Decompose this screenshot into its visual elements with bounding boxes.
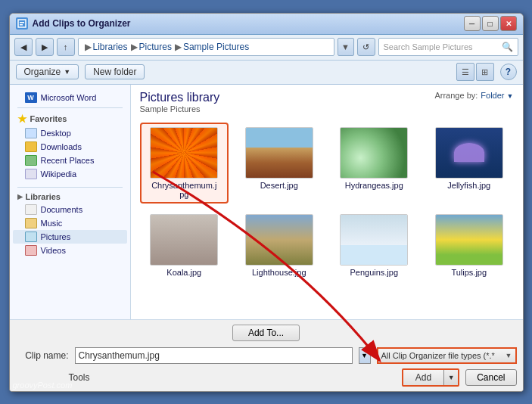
sidebar-item-downloads[interactable]: Downloads	[13, 140, 127, 154]
file-thumb-hydrangeas	[340, 127, 408, 179]
recent-places-icon	[25, 155, 37, 166]
clip-name-row: Clip name: ▼ All Clip Organizer file typ…	[16, 347, 517, 364]
clip-name-label: Clip name:	[16, 350, 69, 361]
file-item-hydrangeas[interactable]: Hydrangeas.jpg	[330, 123, 419, 204]
window-icon	[16, 17, 28, 30]
file-item-jellyfish[interactable]: Jellyfish.jpg	[425, 123, 514, 204]
file-name-koala: Koala.jpg	[166, 268, 201, 277]
file-type-dropdown[interactable]: All Clip Organizer file types (*.* ▼	[377, 347, 517, 364]
sidebar-item-desktop[interactable]: Desktop	[13, 126, 127, 140]
view-grid-button[interactable]: ⊞	[476, 63, 494, 81]
file-thumb-jellyfish	[435, 127, 503, 179]
sidebar-item-wikipedia[interactable]: Wikipedia	[13, 167, 127, 181]
pictures-icon	[25, 232, 37, 242]
window-title: Add Clips to Organizer	[33, 18, 464, 29]
sidebar: W Microsoft Word ★ Favorites Desktop	[10, 85, 131, 319]
path-pictures[interactable]: Pictures	[139, 42, 172, 52]
title-bar: Add Clips to Organizer ─ □ ✕	[10, 14, 523, 35]
file-thumb-chrysanthemum	[150, 127, 218, 179]
file-name-penguins: Penguins.jpg	[350, 268, 398, 277]
sidebar-section-libraries: ▶ Libraries Documents Music Pictures	[13, 191, 127, 257]
toolbar: Organize ▼ New folder ☰ ⊞ ?	[10, 61, 523, 85]
sidebar-divider-1	[17, 107, 123, 108]
libraries-toggle-icon: ▶	[17, 193, 23, 200]
address-bar: ◀ ▶ ↑ ▶ Libraries ▶ Pictures ▶ Sample Pi…	[10, 35, 523, 61]
search-icon: 🔍	[502, 42, 513, 52]
file-type-text: All Clip Organizer file types (*.*	[381, 351, 504, 360]
bottom-area: Add To... Clip name: ▼ All Clip Organize…	[10, 319, 523, 391]
svg-rect-0	[18, 20, 26, 27]
file-thumb-penguins	[340, 214, 408, 266]
wikipedia-icon	[25, 169, 37, 179]
library-subtitle: Sample Pictures	[140, 104, 514, 113]
file-type-dropdown-icon: ▼	[506, 352, 512, 359]
star-icon: ★	[17, 113, 27, 125]
file-item-penguins[interactable]: Penguins.jpg	[330, 210, 419, 281]
back-button[interactable]: ◀	[14, 38, 33, 56]
cancel-button[interactable]: Cancel	[465, 369, 516, 386]
svg-rect-2	[20, 24, 23, 26]
add-button[interactable]: Add	[403, 370, 444, 385]
add-dropdown-button[interactable]: ▼	[444, 370, 458, 385]
file-item-koala[interactable]: Koala.jpg	[140, 210, 229, 281]
clip-name-input[interactable]	[75, 347, 353, 364]
main-content: W Microsoft Word ★ Favorites Desktop	[10, 85, 523, 319]
up-button[interactable]: ↑	[57, 38, 75, 56]
sidebar-item-recent-places[interactable]: Recent Places	[13, 154, 127, 167]
file-area: Arrange by: Folder ▼ Pictures library Sa…	[131, 85, 523, 319]
file-name-tulips: Tulips.jpg	[451, 268, 487, 277]
sidebar-item-pictures[interactable]: Pictures	[13, 230, 127, 244]
arrange-folder-link[interactable]: Folder ▼	[481, 91, 513, 100]
sidebar-item-music[interactable]: Music	[13, 216, 127, 230]
forward-button[interactable]: ▶	[36, 38, 54, 56]
music-icon	[25, 218, 37, 228]
sidebar-item-videos[interactable]: Videos	[13, 244, 127, 257]
sidebar-divider-2	[17, 187, 123, 188]
libraries-header[interactable]: ▶ Libraries	[13, 191, 127, 203]
close-button[interactable]: ✕	[500, 16, 517, 31]
view-buttons: ☰ ⊞	[456, 63, 494, 81]
new-folder-button[interactable]: New folder	[85, 64, 145, 79]
watermark: groovyPost.com	[13, 381, 73, 390]
path-libraries[interactable]: Libraries	[93, 42, 128, 52]
sidebar-section-favorites: ★ Favorites Desktop Downloads Recent Pla…	[13, 111, 127, 181]
path-dropdown-button[interactable]: ▼	[338, 38, 354, 56]
search-placeholder: Search Sample Pictures	[384, 42, 499, 51]
file-name-desert: Desert.jpg	[260, 181, 298, 190]
file-name-hydrangeas: Hydrangeas.jpg	[345, 181, 403, 190]
organize-button[interactable]: Organize ▼	[16, 64, 79, 79]
path-sample-pictures[interactable]: Sample Pictures	[183, 42, 249, 52]
address-path[interactable]: ▶ Libraries ▶ Pictures ▶ Sample Pictures	[78, 38, 334, 56]
minimize-button[interactable]: ─	[464, 16, 481, 31]
file-item-lighthouse[interactable]: Lighthouse.jpg	[235, 210, 324, 281]
svg-rect-1	[20, 22, 24, 23]
favorites-header[interactable]: ★ Favorites	[13, 111, 127, 126]
maximize-button[interactable]: □	[482, 16, 499, 31]
file-item-desert[interactable]: Desert.jpg	[235, 123, 324, 204]
word-icon: W	[25, 92, 37, 103]
file-item-chrysanthemum[interactable]: Chrysanthemum.jpg	[140, 123, 229, 204]
window-controls: ─ □ ✕	[464, 16, 517, 31]
refresh-button[interactable]: ↺	[357, 38, 375, 56]
documents-icon	[25, 204, 37, 215]
file-item-tulips[interactable]: Tulips.jpg	[425, 210, 514, 281]
add-to-button[interactable]: Add To...	[232, 325, 300, 341]
videos-icon	[25, 245, 37, 256]
clip-name-dropdown-button[interactable]: ▼	[359, 347, 371, 364]
arrange-dropdown-icon: ▼	[507, 92, 514, 100]
organize-dropdown-icon: ▼	[64, 68, 70, 76]
arrange-by: Arrange by: Folder ▼	[434, 91, 513, 100]
search-box[interactable]: Search Sample Pictures 🔍	[378, 38, 518, 56]
file-thumb-tulips	[435, 214, 503, 266]
view-list-button[interactable]: ☰	[456, 63, 474, 81]
file-area-header: Arrange by: Folder ▼ Pictures library Sa…	[140, 91, 514, 113]
add-button-group: Add ▼	[402, 368, 459, 387]
path-arrow-icon: ▶	[85, 42, 92, 52]
sidebar-item-documents[interactable]: Documents	[13, 203, 127, 216]
action-row: Tools Add ▼ Cancel	[16, 368, 517, 387]
file-thumb-koala	[150, 214, 218, 266]
sidebar-item-word[interactable]: W Microsoft Word	[13, 91, 127, 104]
help-button[interactable]: ?	[500, 64, 517, 80]
file-name-lighthouse: Lighthouse.jpg	[252, 268, 306, 277]
file-name-chrysanthemum: Chrysanthemum.jpg	[150, 181, 218, 199]
